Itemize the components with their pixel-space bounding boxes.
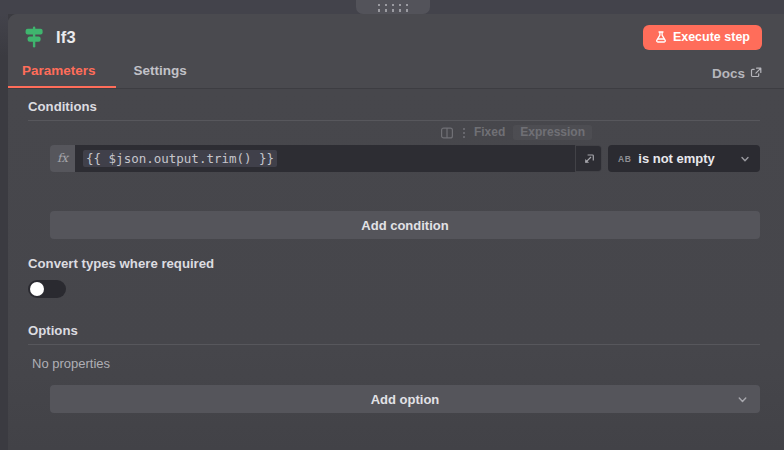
mode-fixed-button[interactable]: Fixed: [474, 125, 505, 140]
expression-mode-controls: Fixed Expression: [50, 125, 592, 140]
operator-value: is not empty: [638, 151, 715, 166]
add-option-button[interactable]: Add option: [50, 385, 760, 413]
more-options-icon[interactable]: [462, 127, 466, 139]
toggle-knob: [30, 282, 44, 296]
options-divider: [28, 344, 760, 345]
string-type-icon: AB: [618, 154, 631, 164]
condition-row: fx {{ $json.output.trim() }} AB is not e…: [50, 145, 760, 172]
no-properties-text: No properties: [32, 356, 760, 371]
open-expression-editor-button[interactable]: [575, 145, 602, 172]
tab-parameters[interactable]: Parameters: [8, 58, 116, 88]
parameters-pane: Conditions Fixed Expression fx {{ $json.…: [8, 89, 784, 450]
node-title: If3: [56, 28, 76, 47]
panel-left-shadow: [0, 14, 8, 56]
chevron-down-icon: [736, 393, 749, 406]
split-panel-icon[interactable]: [440, 127, 454, 139]
expression-highlight: {{ $json.output.trim() }}: [83, 150, 277, 167]
chevron-down-icon: [739, 153, 751, 165]
execute-step-button[interactable]: Execute step: [643, 25, 762, 50]
tab-settings[interactable]: Settings: [134, 58, 187, 88]
convert-types-toggle[interactable]: [28, 280, 66, 298]
external-link-icon: [750, 67, 762, 79]
execute-step-label: Execute step: [673, 30, 750, 44]
condition-expression-input[interactable]: {{ $json.output.trim() }}: [75, 145, 575, 172]
options-section-label: Options: [28, 323, 760, 338]
add-option-label: Add option: [371, 392, 440, 407]
conditions-section-label: Conditions: [28, 99, 760, 114]
if-node-signpost-icon: [22, 25, 46, 49]
expand-editor-icon: [583, 153, 595, 165]
drag-dots-icon: [378, 4, 409, 12]
conditions-divider: [28, 120, 760, 121]
panel-header: If3 Execute step Parameters Settings Doc…: [8, 14, 784, 89]
fx-prefix: fx: [50, 145, 75, 172]
operator-select[interactable]: AB is not empty: [608, 145, 760, 172]
flask-icon: [655, 31, 667, 43]
panel-drag-handle[interactable]: [356, 0, 430, 14]
condition-value-group: fx {{ $json.output.trim() }}: [50, 145, 602, 172]
mode-expression-button[interactable]: Expression: [513, 125, 592, 140]
add-condition-button[interactable]: Add condition: [50, 211, 760, 239]
node-settings-panel: If3 Execute step Parameters Settings Doc…: [8, 14, 784, 450]
tabs-bar: Parameters Settings Docs: [22, 58, 762, 88]
convert-types-label: Convert types where required: [28, 256, 760, 271]
docs-link[interactable]: Docs: [712, 66, 762, 81]
docs-label: Docs: [712, 66, 745, 81]
